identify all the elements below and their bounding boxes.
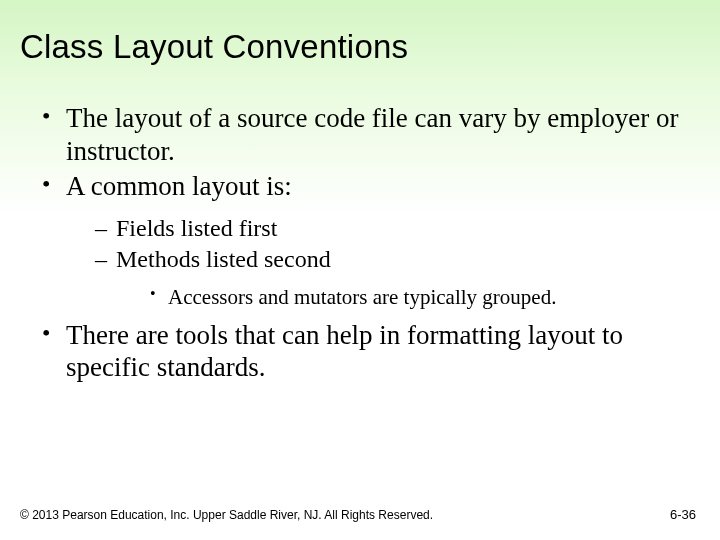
bullet-item: A common layout is: Fields listed first … bbox=[42, 170, 700, 311]
sub-bullet-text: Methods listed second bbox=[116, 246, 331, 272]
sub-bullet-item: Methods listed second Accessors and muta… bbox=[95, 244, 700, 311]
bullet-text: A common layout is: bbox=[66, 171, 292, 201]
sub-sub-bullet-list: Accessors and mutators are typically gro… bbox=[116, 284, 700, 310]
slide-title: Class Layout Conventions bbox=[20, 28, 700, 66]
bullet-list: The layout of a source code file can var… bbox=[20, 102, 700, 384]
footer-copyright: © 2013 Pearson Education, Inc. Upper Sad… bbox=[20, 508, 433, 522]
slide: Class Layout Conventions The layout of a… bbox=[0, 0, 720, 540]
bullet-item: There are tools that can help in formatt… bbox=[42, 319, 700, 385]
sub-sub-bullet-item: Accessors and mutators are typically gro… bbox=[150, 284, 700, 310]
footer-page-number: 6-36 bbox=[670, 507, 696, 522]
sub-bullet-item: Fields listed first bbox=[95, 213, 700, 244]
bullet-item: The layout of a source code file can var… bbox=[42, 102, 700, 168]
sub-bullet-list: Fields listed first Methods listed secon… bbox=[66, 213, 700, 311]
